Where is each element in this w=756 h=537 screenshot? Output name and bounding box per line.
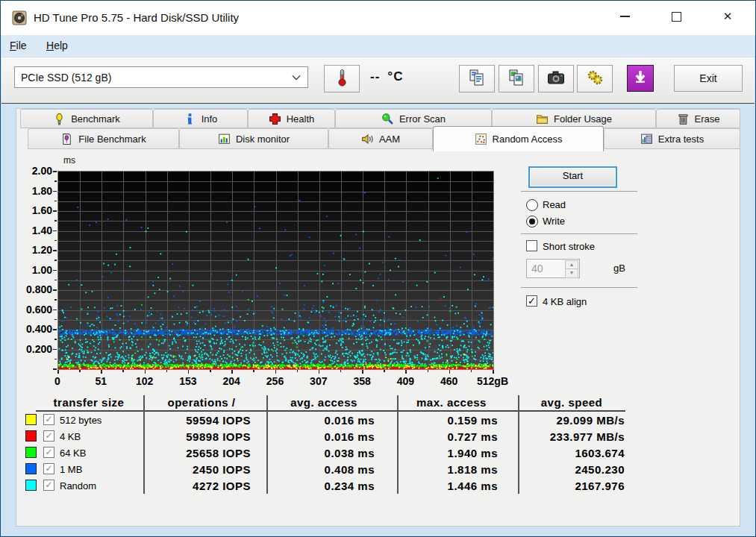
x-tickmark bbox=[340, 370, 342, 372]
chevron-down-icon bbox=[292, 75, 307, 81]
tab-file-benchmark[interactable]: File Benchmark bbox=[28, 128, 179, 149]
exit-button[interactable]: Exit bbox=[674, 65, 743, 92]
save-results-button[interactable] bbox=[627, 65, 654, 92]
operations-value: 59594 IOPS bbox=[142, 414, 251, 427]
kb-align-checkbox[interactable]: ✓ bbox=[526, 295, 537, 307]
app-disk-icon bbox=[12, 10, 27, 25]
y-tickmark bbox=[53, 289, 57, 291]
temperature-unit: °C bbox=[387, 69, 403, 84]
tab-page: BenchmarkInfoHealthError ScanFolder Usag… bbox=[16, 108, 740, 527]
ytick-label: 1.40 bbox=[16, 224, 52, 236]
tab-extra-tests[interactable]: Extra tests bbox=[604, 128, 740, 149]
series-label: 4 KB bbox=[60, 431, 81, 442]
random-access-icon bbox=[475, 133, 487, 145]
avg-access-value: 0.016 ms bbox=[270, 414, 375, 427]
series-checkbox[interactable]: ✓ bbox=[43, 414, 54, 425]
y-tickmark bbox=[54, 359, 57, 360]
y-tickmark bbox=[54, 260, 57, 261]
x-tickmark bbox=[122, 370, 124, 372]
column-divider bbox=[266, 395, 268, 494]
operations-value: 59898 IOPS bbox=[142, 430, 251, 443]
y-tickmark bbox=[54, 339, 57, 340]
folder-icon bbox=[536, 113, 549, 125]
x-tickmark bbox=[428, 370, 429, 372]
col-header-avg-access: avg. access bbox=[272, 396, 376, 409]
start-button[interactable]: Start bbox=[528, 166, 617, 188]
tab-label: Info bbox=[202, 113, 218, 125]
y-tickmark bbox=[53, 310, 57, 311]
avg-access-value: 0.038 ms bbox=[270, 447, 375, 459]
gears-icon bbox=[585, 68, 605, 90]
options-button[interactable] bbox=[577, 65, 613, 92]
series-label: 64 KB bbox=[60, 448, 86, 459]
tab-health[interactable]: Health bbox=[248, 109, 335, 128]
series-label: Random bbox=[60, 480, 96, 492]
max-access-value: 0.159 ms bbox=[393, 414, 498, 427]
xtick-label: 358 bbox=[340, 375, 384, 387]
col-header-max-access: max. access bbox=[399, 396, 504, 409]
capacity-value: 40 bbox=[531, 263, 543, 274]
temperature-button[interactable] bbox=[324, 65, 360, 92]
series-checkbox[interactable]: ✓ bbox=[43, 463, 54, 474]
x-tickmark bbox=[275, 370, 277, 374]
capacity-spinner[interactable]: 40 ▲ ▼ bbox=[526, 259, 580, 278]
y-tickmark bbox=[54, 240, 57, 242]
x-tickmark bbox=[101, 370, 102, 374]
tab-aam[interactable]: AAM bbox=[328, 128, 433, 149]
error-scan-icon bbox=[381, 113, 394, 125]
y-tickmark bbox=[53, 368, 57, 370]
max-access-value: 1.818 ms bbox=[393, 463, 498, 476]
series-checkbox[interactable]: ✓ bbox=[43, 480, 54, 491]
avg-speed-value: 2167.976 bbox=[510, 480, 625, 492]
col-header-operations: operations / bbox=[149, 396, 254, 409]
xtick-label: 0 bbox=[35, 375, 80, 387]
menu-item-file[interactable]: File bbox=[1, 35, 35, 57]
xtick-label: 460 bbox=[427, 375, 472, 387]
tab-label: Folder Usage bbox=[554, 113, 612, 125]
y-axis-unit: ms bbox=[63, 155, 75, 166]
y-tickmark bbox=[54, 180, 57, 182]
spin-down-button[interactable]: ▼ bbox=[565, 268, 578, 278]
x-tickmark bbox=[405, 370, 407, 374]
menu-item-help[interactable]: Help bbox=[38, 35, 76, 57]
tab-erase[interactable]: Erase bbox=[656, 109, 740, 128]
x-tickmark bbox=[231, 370, 233, 374]
y-tickmark bbox=[53, 210, 57, 212]
write-label: Write bbox=[543, 216, 565, 227]
copy-text-button[interactable] bbox=[459, 65, 495, 92]
thermometer-icon bbox=[333, 68, 351, 90]
ytick-label: 0.400 bbox=[16, 323, 52, 335]
minimize-button[interactable] bbox=[607, 2, 642, 31]
tab-random-access[interactable]: Random Access bbox=[433, 126, 604, 151]
read-radio[interactable] bbox=[526, 199, 538, 211]
series-checkbox[interactable]: ✓ bbox=[43, 447, 54, 458]
y-tickmark bbox=[54, 280, 57, 281]
tab-label: File Benchmark bbox=[78, 134, 146, 145]
short-stroke-checkbox[interactable] bbox=[526, 240, 537, 251]
write-radio[interactable] bbox=[526, 216, 538, 227]
xtick-label: 153 bbox=[166, 375, 210, 387]
maximize-button[interactable] bbox=[659, 2, 693, 31]
copy-image-button[interactable] bbox=[499, 65, 534, 92]
disk-monitor-icon bbox=[218, 133, 231, 145]
y-tickmark bbox=[54, 299, 57, 301]
tab-label: Health bbox=[287, 113, 315, 125]
avg-access-value: 0.408 ms bbox=[270, 463, 375, 476]
series-color-swatch bbox=[25, 430, 37, 442]
series-checkbox[interactable]: ✓ bbox=[43, 430, 54, 442]
series-color-swatch bbox=[25, 480, 37, 491]
xtick-label: 307 bbox=[296, 375, 341, 387]
screenshot-button[interactable] bbox=[538, 65, 574, 92]
tab-benchmark[interactable]: Benchmark bbox=[20, 109, 153, 128]
device-select-value: PCIe SSD (512 gB) bbox=[15, 72, 292, 84]
device-select[interactable]: PCIe SSD (512 gB) bbox=[14, 66, 308, 88]
x-tickmark bbox=[384, 370, 385, 372]
tab-disk-monitor[interactable]: Disk monitor bbox=[179, 128, 328, 149]
copy-text-icon bbox=[467, 68, 487, 90]
tab-label: Error Scan bbox=[399, 113, 446, 125]
save-icon bbox=[632, 69, 649, 88]
series-color-swatch bbox=[25, 447, 37, 458]
info-icon bbox=[184, 113, 196, 125]
close-button[interactable]: ✕ bbox=[710, 2, 745, 31]
tab-info[interactable]: Info bbox=[153, 109, 248, 128]
